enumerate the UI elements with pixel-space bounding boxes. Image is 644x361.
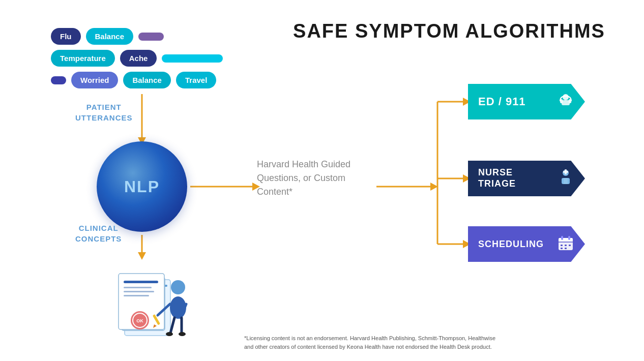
chip-balance-1: Balance [86,28,134,45]
svg-rect-55 [561,245,563,246]
chip-empty-1 [138,33,164,41]
label-patient-utterances: PATIENT UTTERANCES [75,102,133,123]
scheduling-label: SCHEDULING [478,239,557,250]
svg-rect-41 [562,100,570,105]
chip-flu: Flu [51,28,81,45]
svg-rect-53 [561,236,563,240]
svg-point-36 [166,332,173,336]
footnote: *Licensing content is not an endorsement… [244,334,624,351]
svg-line-34 [170,318,174,333]
outcome-scheduling: SCHEDULING [468,226,585,262]
nlp-circle: NLP [97,141,187,232]
svg-marker-7 [430,183,438,191]
chip-ache: Ache [120,50,157,67]
svg-rect-26 [124,295,149,296]
illustration: OK [99,249,196,346]
svg-text:OK: OK [136,318,143,323]
svg-rect-46 [564,178,568,184]
outcome-nurse-triage: NURSE TRIAGE [468,161,585,196]
chip-balance-2: Balance [123,72,171,88]
svg-point-30 [171,280,185,294]
ed911-icon [557,91,575,113]
svg-rect-48 [563,171,568,173]
chip-row-0: Flu Balance [51,28,244,45]
chip-row-2: Worried Balance Travel [51,72,244,88]
nurse-triage-icon [557,168,575,189]
nurse-triage-label: NURSE TRIAGE [478,167,557,189]
svg-rect-54 [568,236,570,240]
chip-empty-2 [162,54,223,63]
chip-worried: Worried [71,72,118,88]
ed911-label: ED / 911 [478,95,557,108]
nlp-label: NLP [124,177,160,196]
svg-rect-23 [124,281,158,283]
svg-rect-57 [569,245,571,246]
page-title: SAFE SYMPTOM ALGORITHMS [270,20,629,42]
svg-rect-25 [124,291,154,292]
chip-travel: Travel [176,72,216,88]
chip-empty-3 [51,76,66,84]
svg-rect-24 [124,287,152,288]
content-box: Harvard Health Guided Questions, or Cust… [257,158,374,199]
chip-row-1: Temperature Ache [51,50,244,67]
chip-temperature: Temperature [51,50,115,67]
label-clinical-concepts: CLINICAL CONCEPTS [75,223,122,244]
outcome-ed911: ED / 911 [468,84,585,119]
svg-point-37 [179,332,186,336]
svg-point-40 [563,94,569,100]
svg-rect-59 [565,248,567,249]
chips-area: Flu Balance Temperature Ache Worried Bal… [51,28,244,94]
scheduling-icon [557,234,575,255]
svg-rect-58 [561,248,563,249]
svg-rect-56 [565,245,567,246]
